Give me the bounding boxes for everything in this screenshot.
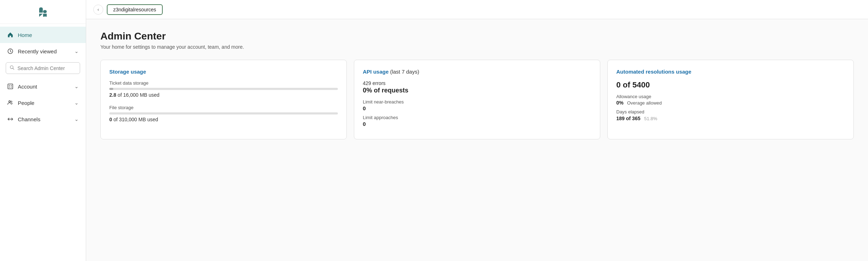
api-errors-count: 429 errors — [363, 80, 591, 86]
people-icon — [7, 100, 14, 106]
ticket-storage-label: Ticket data storage — [109, 80, 338, 86]
file-storage-value: 0 of 310,000 MB used — [109, 117, 338, 122]
page-subtitle: Your home for settings to manage your ac… — [100, 44, 854, 50]
main-wrapper: ‹ z3ndigitalresources Admin Center Your … — [86, 0, 868, 261]
sidebar-item-channels[interactable]: Channels ⌄ — [0, 111, 86, 127]
collapse-sidebar-button[interactable]: ‹ — [93, 5, 103, 15]
ticket-storage-progress-bg — [109, 88, 338, 90]
search-container — [0, 59, 86, 78]
cards-row: Storage usage Ticket data storage 2.8 of… — [100, 60, 854, 139]
sidebar-item-recently-viewed-label: Recently viewed — [18, 48, 74, 54]
sidebar-item-recently-viewed[interactable]: Recently viewed ⌄ — [0, 43, 86, 59]
sidebar: Home Recently viewed ⌄ — [0, 0, 86, 261]
ar-overage-label: Overage allowed — [627, 100, 662, 106]
svg-point-8 — [11, 101, 12, 102]
sidebar-item-home-label: Home — [18, 32, 79, 38]
ar-allowance-row: Allowance usage 0% Overage allowed — [616, 94, 845, 106]
chevron-down-icon-channels: ⌄ — [74, 116, 79, 122]
collapse-icon: ‹ — [98, 7, 99, 12]
svg-rect-5 — [9, 87, 10, 87]
topbar: ‹ z3ndigitalresources — [86, 0, 868, 19]
svg-rect-6 — [11, 87, 12, 87]
api-approaches-value: 0 — [363, 121, 591, 127]
storage-usage-title: Storage usage — [109, 69, 338, 75]
search-input[interactable] — [17, 65, 76, 71]
sidebar-logo — [0, 0, 86, 24]
sidebar-item-account-label: Account — [18, 84, 74, 90]
ticket-storage-progress-fill — [109, 88, 113, 90]
api-near-breaches-row: Limit near-breaches 0 — [363, 99, 591, 111]
ar-days-label: Days elapsed — [616, 109, 845, 114]
main-content: Admin Center Your home for settings to m… — [86, 19, 868, 261]
clock-icon — [7, 48, 14, 54]
api-near-breaches-value: 0 — [363, 105, 591, 111]
ar-days-pct: 51.8% — [644, 116, 657, 121]
sidebar-item-home[interactable]: Home — [0, 27, 86, 43]
storage-usage-card: Storage usage Ticket data storage 2.8 of… — [100, 60, 347, 139]
chevron-down-icon-people: ⌄ — [74, 100, 79, 106]
ar-count: 0 of 5400 — [616, 80, 845, 90]
api-approaches-label: Limit approaches — [363, 115, 591, 120]
sidebar-nav: Home Recently viewed ⌄ — [0, 24, 86, 261]
arrows-icon — [7, 116, 14, 122]
chevron-down-icon-account: ⌄ — [74, 84, 79, 89]
svg-rect-4 — [11, 85, 12, 86]
breadcrumb-tab[interactable]: z3ndigitalresources — [107, 4, 163, 15]
api-usage-card: API usage (last 7 days) 429 errors 0% of… — [354, 60, 600, 139]
api-near-breaches-label: Limit near-breaches — [363, 99, 591, 105]
search-icon — [10, 65, 15, 71]
ar-allowance-label: Allowance usage — [616, 94, 845, 99]
search-box[interactable] — [6, 62, 80, 74]
automated-resolutions-title: Automated resolutions usage — [616, 69, 845, 75]
building-icon — [7, 83, 14, 90]
zendesk-logo-icon — [35, 6, 51, 18]
ar-days-row: Days elapsed 189 of 365 51.8% — [616, 109, 845, 122]
sidebar-item-people-label: People — [18, 100, 74, 106]
ar-days-values: 189 of 365 51.8% — [616, 115, 845, 122]
home-icon — [7, 32, 14, 38]
ar-allowance-value: 0% — [616, 100, 623, 106]
file-storage-progress-bg — [109, 112, 338, 114]
automated-resolutions-card: Automated resolutions usage 0 of 5400 Al… — [607, 60, 854, 139]
ticket-storage-value: 2.8 of 16,000 MB used — [109, 92, 338, 98]
api-errors-pct: 0% of requests — [363, 87, 591, 94]
sidebar-item-people[interactable]: People ⌄ — [0, 95, 86, 111]
svg-rect-3 — [9, 85, 10, 86]
api-usage-title: API usage (last 7 days) — [363, 69, 591, 75]
page-title: Admin Center — [100, 31, 854, 42]
breadcrumb-label: z3ndigitalresources — [113, 7, 156, 12]
ar-allowance-values: 0% Overage allowed — [616, 100, 845, 106]
file-storage-label: File storage — [109, 105, 338, 110]
svg-point-7 — [9, 101, 11, 102]
svg-rect-2 — [8, 84, 13, 89]
api-approaches-row: Limit approaches 0 — [363, 115, 591, 127]
sidebar-item-channels-label: Channels — [18, 116, 74, 122]
sidebar-item-account[interactable]: Account ⌄ — [0, 78, 86, 95]
chevron-down-icon: ⌄ — [74, 48, 79, 54]
ar-days-value: 189 of 365 — [616, 116, 640, 121]
